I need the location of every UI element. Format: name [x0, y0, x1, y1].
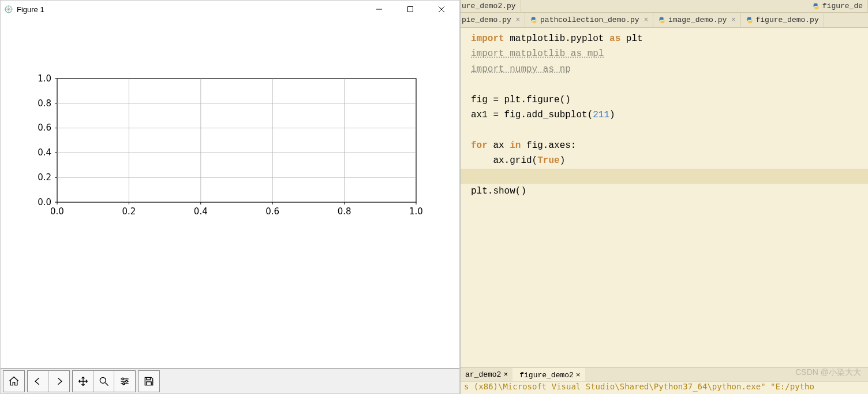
maximize-button[interactable] [402, 3, 419, 15]
python-icon [658, 16, 666, 24]
svg-point-43 [126, 380, 128, 382]
tab-pie-demo[interactable]: pie_demo.py × [461, 13, 525, 27]
window-controls [371, 3, 456, 15]
back-button[interactable] [28, 371, 48, 392]
code-line: ax.grid(True) [461, 153, 868, 168]
tab-label: pathcollection_demo.py [540, 16, 639, 24]
grid-vertical [129, 79, 344, 202]
configure-button[interactable] [114, 371, 135, 392]
svg-rect-2 [408, 7, 413, 12]
app-icon [4, 5, 13, 14]
tab-label: ar_demo2 [465, 370, 501, 379]
svg-text:0.8: 0.8 [38, 98, 51, 109]
svg-text:1.0: 1.0 [409, 206, 423, 217]
python-icon [746, 16, 754, 24]
svg-text:0.0: 0.0 [50, 206, 64, 217]
code-editor[interactable]: import matplotlib.pyplot as plt import m… [461, 28, 868, 367]
save-button[interactable] [139, 371, 159, 392]
code-line: ax1 = fig.add_subplot(211) [461, 107, 868, 122]
tab-label: figure_de [822, 2, 863, 10]
svg-text:0.2: 0.2 [122, 206, 136, 217]
mpl-toolbar [1, 368, 459, 393]
tab-label: image_demo.py [668, 16, 727, 24]
code-line-current [461, 169, 868, 184]
close-icon[interactable]: × [516, 16, 520, 24]
svg-text:0.6: 0.6 [38, 122, 51, 133]
matplotlib-window: Figure 1 [0, 0, 460, 394]
code-line [461, 77, 868, 92]
top-tab-partial-left[interactable]: ure_demo2.py [461, 0, 521, 12]
pan-button[interactable] [73, 371, 93, 392]
svg-text:0.4: 0.4 [194, 206, 208, 217]
code-line: fig = plt.figure() [461, 92, 868, 107]
tab-pathcollection-demo[interactable]: pathcollection_demo.py × [525, 13, 653, 27]
grid-horizontal [57, 103, 416, 177]
svg-point-37 [100, 377, 106, 383]
close-icon[interactable]: × [576, 371, 581, 380]
close-icon[interactable]: × [644, 16, 648, 24]
tab-label: figure_demo.py [756, 16, 819, 24]
console-output: s (x86)\Microsoft Visual Studio\Shared\P… [461, 381, 868, 394]
svg-line-38 [105, 382, 108, 385]
axes-frame [57, 79, 416, 202]
close-button[interactable] [433, 3, 450, 15]
file-tab-row: pie_demo.py × pathcollection_demo.py × i… [461, 13, 868, 28]
code-line: import numpy as np [461, 62, 868, 77]
code-line: plt.show() [461, 184, 868, 199]
code-line [461, 122, 868, 137]
chart-svg: 0.0 0.2 0.4 0.6 0.8 1.0 0.0 0.2 0.4 0.6 … [1, 18, 459, 365]
titlebar: Figure 1 [1, 1, 459, 18]
close-icon[interactable]: × [731, 16, 735, 24]
ide-editor: ure_demo2.py figure_de pie_demo.py × pat… [460, 0, 868, 394]
top-tab-partial-right[interactable]: figure_de [807, 0, 868, 12]
svg-text:1.0: 1.0 [38, 73, 51, 84]
run-tab-row: ar_demo2 × figure_demo2 × [461, 367, 868, 381]
code-line: import matplotlib as mpl [461, 46, 868, 61]
tab-label: ure_demo2.py [462, 2, 516, 10]
tab-label: figure_demo2 [519, 371, 574, 380]
run-tab-figure-demo2[interactable]: figure_demo2 × [512, 368, 585, 381]
svg-text:0.2: 0.2 [38, 172, 51, 183]
zoom-button[interactable] [93, 371, 114, 392]
python-icon [530, 16, 538, 24]
tab-figure-demo[interactable]: figure_demo.py [741, 13, 824, 27]
top-tab-row: ure_demo2.py figure_de [461, 0, 868, 13]
svg-point-42 [122, 378, 124, 380]
forward-button[interactable] [48, 371, 69, 392]
svg-text:0.4: 0.4 [38, 147, 51, 158]
svg-text:0.8: 0.8 [338, 206, 351, 217]
minimize-button[interactable] [371, 3, 388, 15]
xtick-labels: 0.0 0.2 0.4 0.6 0.8 1.0 [50, 206, 423, 217]
home-button[interactable] [3, 371, 24, 392]
close-icon[interactable]: × [503, 370, 508, 379]
window-title: Figure 1 [17, 5, 44, 14]
plot-canvas[interactable]: 0.0 0.2 0.4 0.6 0.8 1.0 0.0 0.2 0.4 0.6 … [1, 18, 459, 368]
svg-text:0.0: 0.0 [38, 197, 51, 207]
python-icon [812, 2, 820, 10]
xticks [57, 202, 416, 205]
code-line: for ax in fig.axes: [461, 138, 868, 153]
tab-label: pie_demo.py [462, 16, 511, 24]
svg-text:0.6: 0.6 [265, 206, 279, 217]
code-line: import matplotlib.pyplot as plt [461, 31, 868, 46]
ytick-labels: 0.0 0.2 0.4 0.6 0.8 1.0 [38, 73, 51, 207]
run-tab-ar-demo2[interactable]: ar_demo2 × [461, 368, 512, 381]
tab-image-demo[interactable]: image_demo.py × [653, 13, 741, 27]
svg-point-44 [123, 382, 125, 384]
